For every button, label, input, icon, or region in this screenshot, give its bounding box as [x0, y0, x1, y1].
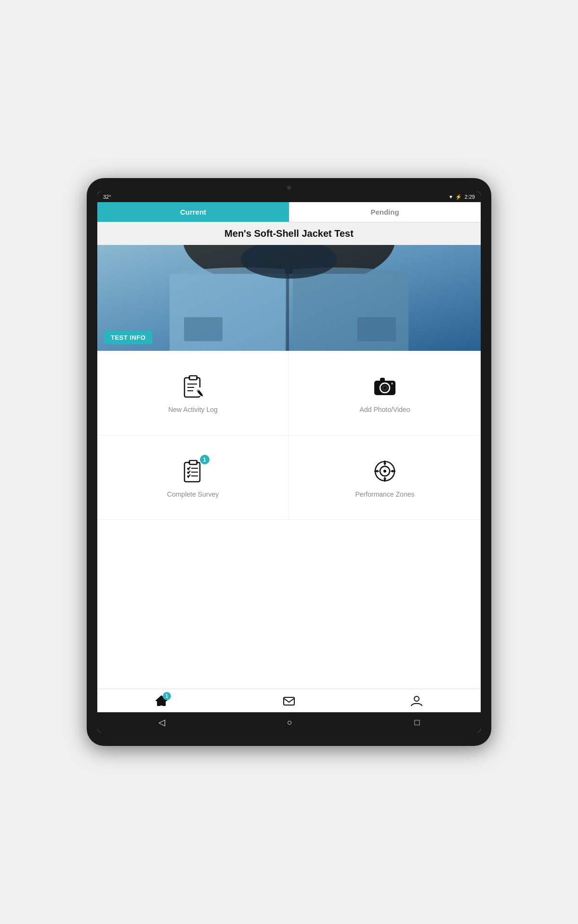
profile-icon — [410, 694, 423, 707]
svg-point-34 — [383, 470, 386, 473]
svg-rect-5 — [357, 317, 396, 341]
svg-rect-25 — [190, 461, 196, 463]
survey-icon: 1 — [179, 457, 208, 486]
bottom-nav: 1 — [97, 689, 481, 712]
performance-zones-label: Performance Zones — [355, 490, 415, 498]
content-spacer — [97, 520, 481, 689]
wifi-icon: ▾ — [449, 193, 452, 200]
home-badge: 1 — [163, 692, 171, 700]
complete-survey-label: Complete Survey — [167, 490, 219, 498]
svg-rect-21 — [380, 378, 385, 382]
status-right: ▾ ⚡ 2:29 — [449, 193, 475, 200]
android-recents-button[interactable]: □ — [414, 718, 420, 728]
product-header: Men's Soft-Shell Jacket Test — [97, 222, 481, 245]
svg-point-20 — [383, 386, 386, 389]
product-title: Men's Soft-Shell Jacket Test — [224, 228, 354, 239]
activity-log-icon — [179, 372, 208, 401]
performance-zones-button[interactable]: Performance Zones — [289, 436, 481, 520]
battery-icon: ⚡ — [455, 194, 462, 200]
tab-current[interactable]: Current — [97, 202, 289, 222]
add-photo-video-button[interactable]: Add Photo/Video — [289, 351, 481, 436]
svg-rect-4 — [184, 317, 223, 341]
screen: 32° ▾ ⚡ 2:29 Current Pending Men's Soft-… — [97, 192, 481, 732]
new-activity-log-label: New Activity Log — [168, 406, 218, 413]
crosshair-icon — [370, 457, 399, 486]
nav-profile-button[interactable] — [410, 694, 423, 707]
nav-inbox-button[interactable] — [282, 694, 296, 707]
home-icon: 1 — [155, 694, 168, 707]
android-home-button[interactable]: ○ — [287, 718, 292, 728]
actions-grid: New Activity Log — [97, 351, 481, 520]
tab-bar: Current Pending — [97, 202, 481, 222]
tab-pending[interactable]: Pending — [289, 202, 481, 222]
status-bar: 32° ▾ ⚡ 2:29 — [97, 192, 481, 202]
svg-rect-46 — [284, 697, 294, 705]
test-info-badge[interactable]: TEST INFO — [104, 331, 152, 344]
jacket-image — [97, 245, 481, 351]
svg-rect-9 — [190, 376, 196, 379]
inbox-icon — [282, 694, 296, 707]
tablet-device: 32° ▾ ⚡ 2:29 Current Pending Men's Soft-… — [87, 178, 491, 746]
svg-point-47 — [414, 696, 419, 701]
nav-home-button[interactable]: 1 — [155, 694, 168, 707]
new-activity-log-button[interactable]: New Activity Log — [97, 351, 289, 436]
survey-badge: 1 — [200, 455, 210, 464]
product-image-container: TEST INFO — [97, 245, 481, 351]
complete-survey-button[interactable]: 1 Complete Survey — [97, 436, 289, 520]
temperature-display: 32° — [103, 194, 111, 200]
status-left: 32° — [103, 194, 111, 200]
camera-icon — [370, 372, 399, 401]
svg-point-22 — [391, 383, 393, 385]
clock-display: 2:29 — [465, 194, 475, 200]
android-back-button[interactable]: ◁ — [158, 717, 165, 728]
add-photo-video-label: Add Photo/Video — [360, 406, 410, 413]
android-nav-bar: ◁ ○ □ — [97, 712, 481, 732]
